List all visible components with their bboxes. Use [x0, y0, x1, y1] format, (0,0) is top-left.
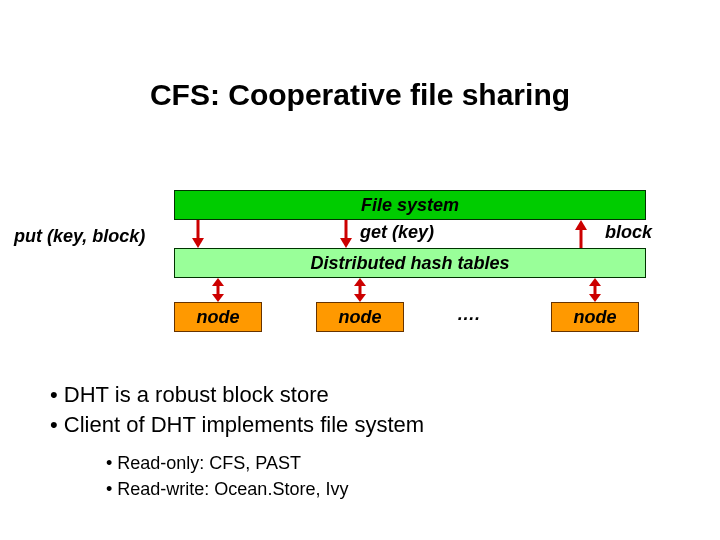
sub-bullet-1: • Read-only: CFS, PAST	[106, 451, 424, 476]
svg-marker-11	[354, 294, 366, 302]
put-label: put (key, block)	[14, 226, 145, 247]
arrow-get-down-icon	[340, 220, 352, 248]
svg-marker-6	[212, 278, 224, 286]
svg-marker-4	[575, 220, 587, 230]
node-box-1: node	[174, 302, 262, 332]
svg-marker-14	[589, 294, 601, 302]
svg-marker-12	[589, 278, 601, 286]
bullet-2: • Client of DHT implements file system	[50, 410, 424, 440]
arrow-dht-node1-icon	[212, 278, 224, 302]
arrow-block-up-icon	[575, 220, 587, 248]
arrow-dht-node2-icon	[354, 278, 366, 302]
sub-bullet-list: • Read-only: CFS, PAST • Read-write: Oce…	[106, 451, 424, 501]
arrow-put-down-icon	[192, 220, 204, 248]
get-label: get (key)	[360, 222, 434, 243]
arrow-dht-node3-icon	[589, 278, 601, 302]
svg-marker-1	[192, 238, 204, 248]
node-ellipsis: ….	[457, 304, 480, 325]
file-system-layer-box: File system	[174, 190, 646, 220]
dht-layer-box: Distributed hash tables	[174, 248, 646, 278]
block-label: block	[605, 222, 652, 243]
page-title: CFS: Cooperative file sharing	[0, 78, 720, 112]
bullet-1: • DHT is a robust block store	[50, 380, 424, 410]
svg-marker-3	[340, 238, 352, 248]
bullet-list: • DHT is a robust block store • Client o…	[50, 380, 424, 502]
svg-marker-8	[212, 294, 224, 302]
svg-marker-9	[354, 278, 366, 286]
node-box-2: node	[316, 302, 404, 332]
sub-bullet-2: • Read-write: Ocean.Store, Ivy	[106, 477, 424, 502]
node-box-3: node	[551, 302, 639, 332]
